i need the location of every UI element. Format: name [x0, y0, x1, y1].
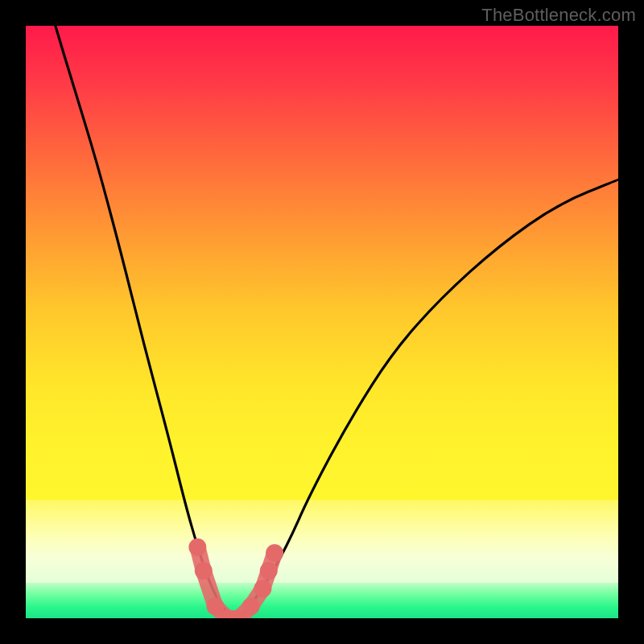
bottleneck-curve	[56, 26, 618, 617]
trough-marker	[242, 597, 260, 615]
chart-frame: TheBottleneck.com	[0, 0, 644, 644]
trough-marker	[266, 544, 283, 562]
trough-marker	[188, 539, 206, 556]
plot-area	[26, 26, 618, 618]
trough-marker	[195, 562, 213, 580]
curve-layer	[26, 26, 618, 618]
watermark-text: TheBottleneck.com	[481, 5, 636, 26]
trough-marker	[260, 562, 278, 580]
trough-marker	[254, 580, 271, 597]
trough-markers	[188, 539, 283, 618]
